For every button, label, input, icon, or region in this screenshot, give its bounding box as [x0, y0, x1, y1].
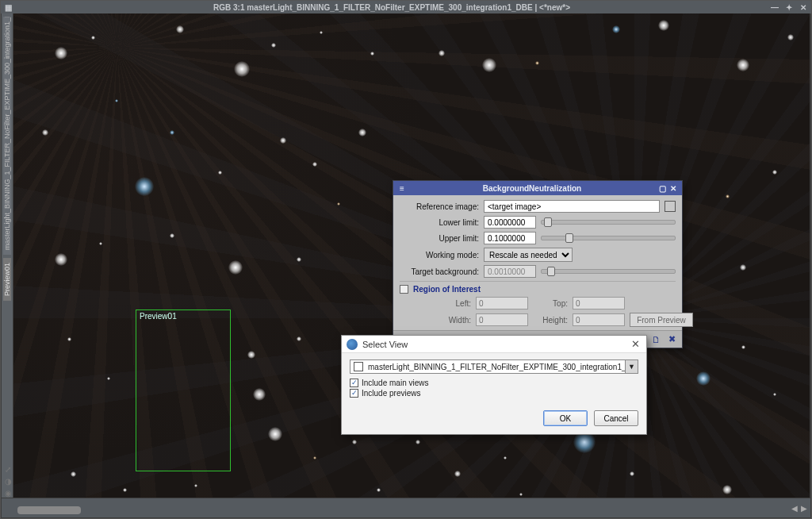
star — [416, 440, 420, 444]
bn-lower-field[interactable] — [484, 216, 536, 229]
window-controls: — ✦ ✕ — [770, 3, 808, 12]
star — [71, 471, 76, 477]
sv-combo-text: masterLight_BINNING_1_FILTER_NoFilter_EX… — [366, 363, 625, 371]
nav-left-icon[interactable]: ◀ — [791, 504, 798, 513]
tab-masterlight[interactable]: masterLight_BINNING_1_FILTER_NoFilter_EX… — [3, 17, 11, 255]
star — [504, 456, 507, 459]
tab-preview01[interactable]: Preview01 — [3, 258, 11, 301]
bn-roi-width-label: Width: — [430, 316, 471, 325]
star — [99, 242, 102, 245]
bn-roi-from-preview-button[interactable]: From Preview — [630, 313, 693, 327]
star — [170, 233, 174, 238]
close-icon[interactable]: ✕ — [799, 3, 808, 12]
star — [630, 471, 634, 476]
bn-roi-width-field[interactable] — [476, 313, 528, 326]
window-titlebar[interactable]: ▦ RGB 3:1 masterLight_BINNING_1_FILTER_N… — [1, 1, 811, 13]
cancel-button[interactable]: Cancel — [594, 410, 638, 426]
star — [55, 253, 67, 266]
sv-include-main-checkbox[interactable]: ✓ Include main views — [350, 379, 638, 387]
star — [535, 61, 539, 65]
star — [439, 50, 445, 56]
star — [247, 351, 255, 359]
ok-button[interactable]: OK — [543, 410, 588, 426]
bn-lower-slider[interactable] — [541, 220, 676, 225]
star — [107, 377, 110, 380]
sv-body: masterLight_BINNING_1_FILTER_NoFilter_EX… — [342, 353, 646, 406]
bn-doc-icon[interactable]: 🗋 — [650, 334, 661, 345]
bn-lower-label: Lower limit: — [400, 218, 479, 227]
bn-roi-top-label: Top: — [533, 299, 568, 308]
checkmark-icon: ✓ — [350, 379, 358, 387]
bn-target-bg-slider[interactable] — [541, 269, 676, 274]
star — [377, 488, 381, 492]
star — [176, 25, 184, 33]
bn-collapse-icon[interactable]: ≡ — [396, 184, 408, 193]
bn-mode-select[interactable]: Rescale as needed — [484, 248, 573, 262]
bn-title: BackgroundNeutralization — [408, 184, 657, 193]
bn-roi-left-field[interactable] — [476, 297, 528, 309]
nav-right-icon[interactable]: ▶ — [801, 504, 807, 513]
star — [228, 260, 243, 275]
checkmark-icon: ✓ — [350, 389, 358, 398]
bn-roi-height-field[interactable] — [573, 313, 625, 326]
star — [312, 162, 317, 167]
bn-roi-height-label: Height: — [533, 316, 568, 325]
star — [737, 59, 749, 71]
bn-upper-field[interactable] — [484, 232, 536, 244]
bn-roi-left-label: Left: — [430, 299, 471, 308]
sv-close-icon[interactable]: ✕ — [629, 338, 642, 350]
sv-include-previews-checkbox[interactable]: ✓ Include previews — [350, 389, 638, 398]
bn-shade-icon[interactable]: ▢ — [657, 184, 668, 193]
bn-roi-title: Region of Interest — [413, 285, 481, 294]
star — [268, 427, 282, 441]
star — [773, 393, 776, 396]
select-view-dialog[interactable]: Select View ✕ masterLight_BINNING_1_FILT… — [341, 335, 647, 435]
bn-roi-checkbox[interactable] — [400, 285, 408, 294]
sv-include-main-label: Include main views — [362, 379, 428, 387]
bn-ref-image-field[interactable] — [484, 200, 660, 213]
background-neutralization-panel[interactable]: ≡ BackgroundNeutralization ▢ ✕ Reference… — [393, 180, 683, 348]
corner-tool-icons: ⤢ ◑ ◉ — [2, 465, 13, 498]
sv-titlebar[interactable]: Select View ✕ — [342, 336, 646, 353]
bn-ref-image-picker-icon[interactable] — [665, 201, 676, 212]
preview-rectangle[interactable]: Preview01 — [136, 309, 231, 471]
tool-icon-1[interactable]: ⤢ — [5, 465, 11, 474]
left-tab-strip: masterLight_BINNING_1_FILTER_NoFilter_EX… — [2, 13, 13, 498]
star — [42, 129, 48, 136]
bn-target-bg-label: Target background: — [400, 267, 479, 276]
sv-button-row: OK Cancel — [342, 406, 646, 434]
bn-roi-top-field[interactable] — [573, 297, 625, 309]
star — [320, 31, 323, 34]
star — [358, 129, 366, 136]
bn-titlebar[interactable]: ≡ BackgroundNeutralization ▢ ✕ — [393, 181, 682, 195]
star — [772, 170, 777, 175]
star — [234, 61, 250, 77]
tool-icon-3[interactable]: ◉ — [5, 489, 12, 498]
star — [519, 493, 523, 496]
image-window: ▦ RGB 3:1 masterLight_BINNING_1_FILTER_N… — [0, 0, 812, 519]
sv-include-previews-label: Include previews — [362, 389, 420, 398]
star — [297, 336, 301, 341]
bn-reset-icon[interactable]: ✖ — [666, 334, 677, 345]
star — [313, 456, 316, 459]
bn-ref-image-label: Reference image: — [400, 202, 479, 211]
star — [135, 177, 154, 196]
star — [787, 34, 794, 40]
maximize-icon[interactable]: ✦ — [784, 3, 794, 12]
star — [370, 52, 374, 56]
bn-target-bg-field[interactable] — [484, 265, 536, 278]
minimize-icon[interactable]: — — [770, 3, 779, 12]
star — [454, 471, 461, 477]
star — [55, 47, 67, 60]
sv-view-combo[interactable]: masterLight_BINNING_1_FILTER_NoFilter_EX… — [350, 359, 638, 374]
preview-label: Preview01 — [140, 312, 177, 321]
tool-icon-2[interactable]: ◑ — [5, 477, 12, 486]
sv-app-icon — [347, 339, 358, 350]
star — [726, 194, 730, 198]
chevron-down-icon[interactable]: ▼ — [625, 360, 638, 373]
nav-arrows: ◀ ▶ — [791, 504, 807, 513]
bn-upper-slider[interactable] — [541, 236, 676, 240]
bn-close-icon[interactable]: ✕ — [668, 184, 679, 193]
horizontal-scrollbar-thumb[interactable] — [17, 506, 81, 514]
image-canvas[interactable]: Preview01 ≡ BackgroundNeutralization ▢ ✕… — [13, 13, 810, 498]
